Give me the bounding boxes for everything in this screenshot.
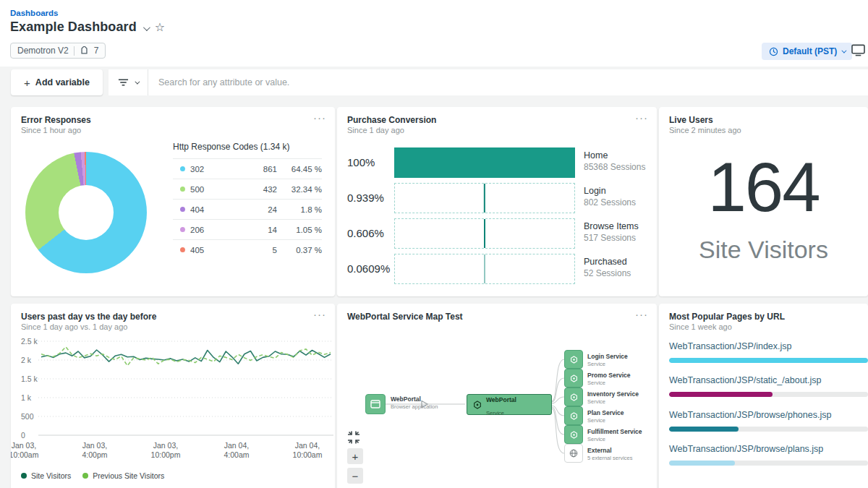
plus-icon: + <box>24 77 30 89</box>
billboard-value: 164 <box>659 149 868 226</box>
node-name: Fulfillment Service <box>587 428 642 435</box>
panel-error-responses: Error Responses Since 1 hour ago ··· Htt… <box>11 107 335 296</box>
filter-icon <box>118 78 129 87</box>
bar-track <box>669 392 868 397</box>
count-cell: 861 <box>242 165 277 174</box>
filter-type-dropdown[interactable] <box>109 69 148 95</box>
response-codes-table: Http Response Codes (1.34 k) 30286164.45… <box>173 142 322 260</box>
time-picker-button[interactable]: Default (PST) <box>762 43 852 60</box>
node-name: External <box>587 447 633 454</box>
chart-legend: Site Visitors Previous Site Visitors <box>21 471 164 480</box>
more-menu-icon[interactable]: ··· <box>313 111 326 124</box>
panel-title: Live Users <box>669 115 713 125</box>
zoom-out-button[interactable]: − <box>347 468 363 484</box>
funnel-bar[interactable] <box>394 254 575 284</box>
favorite-star-icon[interactable]: ☆ <box>155 22 165 33</box>
panel-title: Error Responses <box>21 115 91 125</box>
chevron-down-icon <box>135 79 140 84</box>
series-dot <box>180 166 185 171</box>
table-row[interactable]: 40550.37 % <box>173 239 322 260</box>
zoom-in-button[interactable]: + <box>347 448 363 464</box>
browser-app-node[interactable] <box>365 394 386 414</box>
title-dropdown[interactable] <box>143 21 148 34</box>
tv-mode-button[interactable] <box>851 44 865 59</box>
pct-cell: 0.37 % <box>277 246 322 254</box>
time-picker-label: Default (PST) <box>783 46 837 56</box>
webportal-service-node[interactable]: WebPortalService <box>467 394 552 415</box>
code-cell: 405 <box>190 246 242 254</box>
y-tick-label: 0 <box>21 431 25 440</box>
service-hexagon-icon <box>473 401 482 409</box>
node-type: 5 external services <box>587 455 633 461</box>
node-name: Plan Service <box>587 409 624 416</box>
donut-chart[interactable] <box>25 152 147 273</box>
node-type: Service <box>587 361 628 367</box>
node-type: Browser application <box>391 403 438 410</box>
x-tick-label: Jan 03, 10:00pm <box>140 441 192 460</box>
funnel-name: Home <box>584 150 645 160</box>
table-header: Http Response Codes (1.34 k) <box>173 142 322 152</box>
node-type: Service <box>587 417 624 424</box>
x-tick-label: Jan 04, 10:00am <box>281 441 333 460</box>
funnel-bar[interactable] <box>394 218 575 249</box>
x-axis-labels: Jan 03, 10:00amJan 03, 4:00pmJan 03, 10:… <box>37 441 335 461</box>
table-row[interactable]: 206141.05 % <box>173 219 322 239</box>
pct-cell: 1.05 % <box>277 226 322 234</box>
count-cell: 24 <box>242 205 277 214</box>
add-variable-button[interactable]: + Add variable <box>11 69 103 95</box>
fit-to-view-button[interactable] <box>347 431 360 447</box>
service-hexagon-icon <box>570 393 578 401</box>
legend-dot <box>21 473 27 479</box>
legend-dot <box>82 473 88 479</box>
funnel-step: 0.939% Login802 Sessions <box>337 183 657 213</box>
clock-icon <box>769 47 778 56</box>
funnel-bar[interactable] <box>394 183 575 213</box>
bar-fill <box>669 427 739 432</box>
funnel-step: 0.0609% Purchased52 Sessions <box>337 254 657 284</box>
bar-track <box>669 461 868 466</box>
series-dot <box>180 187 185 192</box>
more-menu-icon[interactable]: ··· <box>635 111 648 124</box>
table-row[interactable]: 404241.8 % <box>173 199 322 219</box>
more-menu-icon[interactable]: ··· <box>313 308 326 320</box>
funnel-pct: 0.0609% <box>347 254 389 284</box>
search-input[interactable] <box>148 69 868 95</box>
service-node[interactable] <box>564 425 583 444</box>
billboard-label: Site Visitors <box>659 236 868 264</box>
y-tick-label: 1 k <box>21 393 31 402</box>
service-node[interactable] <box>564 369 583 388</box>
table-row[interactable]: 30286164.45 % <box>173 158 322 179</box>
service-node[interactable] <box>564 388 583 406</box>
code-cell: 500 <box>190 185 242 194</box>
external-services-node[interactable] <box>564 444 583 463</box>
y-tick-label: 1.5 k <box>21 374 38 383</box>
globe-icon <box>569 449 578 458</box>
panel-subtitle: Since 2 minutes ago <box>669 126 741 134</box>
account-name: Demotron V2 <box>17 46 69 56</box>
code-cell: 404 <box>190 205 242 214</box>
table-row[interactable]: 50043232.34 % <box>173 179 322 199</box>
page-url-link[interactable]: WebTransaction/JSP/index.jsp <box>669 341 868 351</box>
node-name: Login Service <box>587 353 628 360</box>
count-cell: 432 <box>242 185 277 194</box>
chevron-down-icon <box>842 48 847 53</box>
legend-label: Site Visitors <box>31 471 71 480</box>
node-name: WebPortal <box>391 395 438 403</box>
page-url-item: WebTransaction/JSP/index.jsp <box>669 341 868 363</box>
legend-item[interactable]: Site Visitors <box>21 471 71 480</box>
funnel-bar[interactable] <box>394 147 575 178</box>
page-url-link[interactable]: WebTransaction/JSP/static_/about.jsp <box>669 375 868 385</box>
breadcrumb[interactable]: Dashboards <box>10 9 58 17</box>
service-node[interactable] <box>564 350 583 369</box>
service-node[interactable] <box>564 406 583 425</box>
panel-users-past-day: Users past day vs the day before Since 1… <box>11 304 335 488</box>
line-chart[interactable] <box>37 340 335 438</box>
tag-icon <box>80 46 89 56</box>
node-type: Service <box>486 410 504 416</box>
code-cell: 206 <box>190 226 242 234</box>
panel-subtitle: Since 1 day ago <box>347 126 404 134</box>
funnel-pct: 0.939% <box>347 183 389 213</box>
page-url-link[interactable]: WebTransaction/JSP/browse/phones.jsp <box>669 410 868 420</box>
page-url-link[interactable]: WebTransaction/JSP/browse/plans.jsp <box>669 444 868 454</box>
legend-item[interactable]: Previous Site Visitors <box>82 471 164 480</box>
